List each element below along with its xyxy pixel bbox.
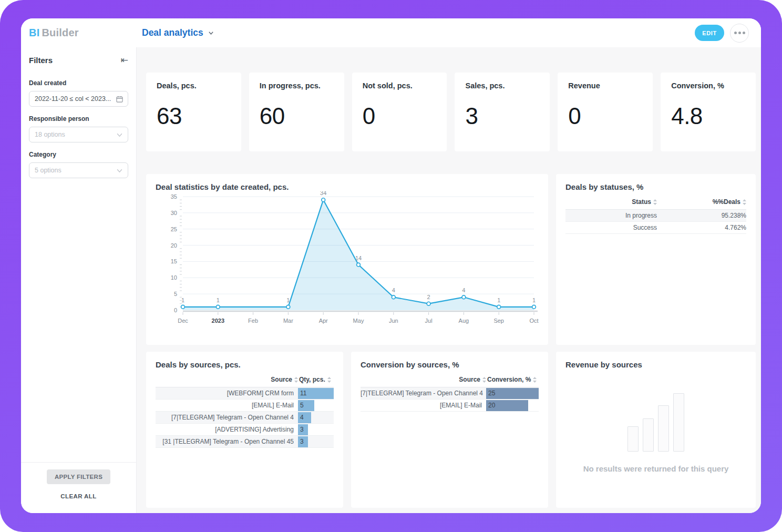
source-cell: [31 |TELEGRAM] Telegram - Open Channel 4… <box>156 438 298 445</box>
table-row: Success4.762% <box>565 222 746 234</box>
column-header-conversion[interactable]: Conversion, % <box>486 376 539 383</box>
value-bar: 11 <box>298 388 334 399</box>
source-cell: [ADVERTISING] Advertising <box>156 426 298 433</box>
kpi-row: Deals, pcs. 63 In progress, pcs. 60 Not … <box>146 73 756 151</box>
collapse-sidebar-icon[interactable]: ⇤ <box>121 56 128 65</box>
app-logo: BIBuilder <box>29 27 142 39</box>
kpi-card-sales: Sales, pcs. 3 <box>455 73 550 151</box>
statuses-table-body: In progress95.238%Success4.762% <box>565 210 746 234</box>
statuses-table: Status %%Deals In progress95.238%Success… <box>565 198 746 234</box>
kpi-label: Not sold, pcs. <box>363 81 437 90</box>
source-cell: [WEBFORM] CRM form <box>156 390 298 397</box>
dashboard-content: Deals, pcs. 63 In progress, pcs. 60 Not … <box>137 47 761 513</box>
value-bar-cell: 4 <box>298 412 334 423</box>
svg-text:Aug: Aug <box>459 318 469 324</box>
sources-table-body: [WEBFORM] CRM form11[EMAIL] E-Mail5[7|TE… <box>156 387 334 448</box>
svg-text:35: 35 <box>171 193 177 200</box>
category-select[interactable]: 5 options <box>29 162 128 178</box>
deals-by-sources-card: Deals by sources, pcs. Source Qty, pcs. <box>146 352 343 508</box>
filter-category: Category 5 options <box>29 151 128 178</box>
empty-message: No results were returned for this query <box>583 464 729 473</box>
table-row: [7|TELEGRAM] Telegram - Open Channel 425 <box>361 387 539 400</box>
table-title: Revenue by sources <box>565 360 746 369</box>
kpi-label: Revenue <box>568 81 642 90</box>
svg-text:20: 20 <box>171 242 177 249</box>
table-row: [WEBFORM] CRM form11 <box>156 387 334 400</box>
svg-text:1: 1 <box>217 297 220 303</box>
value-bar-cell: 25 <box>486 388 539 399</box>
kpi-label: Conversion, % <box>671 81 745 90</box>
svg-text:Oct: Oct <box>529 318 538 324</box>
more-options-button[interactable] <box>730 24 749 43</box>
sort-icon <box>533 377 537 383</box>
column-header-source[interactable]: Source <box>361 376 486 383</box>
kpi-label: Sales, pcs. <box>465 81 539 90</box>
kpi-value: 4.8 <box>671 103 745 129</box>
svg-text:Mar: Mar <box>283 318 293 324</box>
column-header-deals[interactable]: %%Deals <box>657 198 746 206</box>
value-bar: 4 <box>298 412 311 423</box>
table-row: [7|TELEGRAM] Telegram - Open Channel 44 <box>156 412 334 424</box>
calendar-icon <box>116 96 123 103</box>
column-header-status[interactable]: Status <box>565 198 657 206</box>
table-title: Deals by sources, pcs. <box>156 360 334 369</box>
conversion-table-body: [7|TELEGRAM] Telegram - Open Channel 425… <box>361 387 539 412</box>
table-row: [31 |TELEGRAM] Telegram - Open Channel 4… <box>156 436 334 448</box>
svg-text:4: 4 <box>392 287 395 293</box>
table-title: Deals by statuses, % <box>565 182 746 191</box>
svg-text:25: 25 <box>171 226 177 232</box>
svg-text:15: 15 <box>171 258 177 264</box>
value-bar-cell: 3 <box>298 424 334 435</box>
sort-icon <box>482 377 486 383</box>
value-bar: 5 <box>298 400 314 411</box>
deals-by-statuses-card: Deals by statuses, % Status %%Deals <box>556 174 756 345</box>
revenue-by-sources-card: Revenue by sources No results were retur… <box>556 352 756 508</box>
svg-text:34: 34 <box>320 191 326 196</box>
filter-deal-created: Deal created 2022-11-20 ≤ col < 2023... <box>29 79 128 107</box>
clear-all-button[interactable]: CLEAR ALL <box>29 493 128 499</box>
kpi-label: In progress, pcs. <box>260 81 334 90</box>
conversion-table: Source Conversion, % [7|TELEGRAM] Telegr… <box>361 376 539 412</box>
filters-heading: Filters <box>29 56 53 65</box>
kpi-value: 60 <box>260 103 334 129</box>
dashboard-title: Deal analytics <box>142 27 203 38</box>
kpi-value: 63 <box>157 103 231 129</box>
conversion-by-sources-card: Conversion by sources, % Source Conversi… <box>351 352 548 508</box>
svg-text:Jul: Jul <box>425 318 433 324</box>
kpi-value: 0 <box>363 103 437 129</box>
chevron-down-icon <box>116 131 123 138</box>
filter-label: Category <box>29 151 128 158</box>
select-value: 5 options <box>35 167 61 174</box>
svg-text:0: 0 <box>174 307 177 313</box>
filters-sidebar: Filters ⇤ Deal created 2022-11-20 ≤ col … <box>21 47 137 513</box>
kpi-value: 0 <box>568 103 642 129</box>
column-header-qty[interactable]: Qty, pcs. <box>298 376 334 383</box>
select-value: 18 options <box>35 131 65 138</box>
svg-text:1: 1 <box>181 297 184 303</box>
logo-bi: BI <box>29 27 39 38</box>
deal-created-date-input[interactable]: 2022-11-20 ≤ col < 2023... <box>29 91 128 107</box>
deal-statistics-plot[interactable]: 05101520253035Dec2023FebMarAprMayJunJulA… <box>156 191 539 334</box>
kpi-value: 3 <box>465 103 539 129</box>
value-bar: 3 <box>298 436 308 447</box>
svg-text:14: 14 <box>355 255 362 261</box>
value-bar: 25 <box>486 388 539 399</box>
dashboard-title-dropdown[interactable]: Deal analytics <box>142 27 214 38</box>
sort-icon <box>327 377 331 383</box>
logo-builder: Builder <box>42 27 78 38</box>
svg-text:2: 2 <box>427 294 430 300</box>
edit-button[interactable]: EDIT <box>695 25 724 41</box>
kpi-card-not-sold: Not sold, pcs. 0 <box>352 73 447 151</box>
responsible-person-select[interactable]: 18 options <box>29 127 128 142</box>
table-title: Conversion by sources, % <box>361 360 539 369</box>
deal-statistics-card: Deal statistics by date created, pcs. 05… <box>146 174 548 345</box>
svg-text:2023: 2023 <box>212 318 224 324</box>
column-header-source[interactable]: Source <box>156 376 298 383</box>
svg-text:Feb: Feb <box>248 318 258 324</box>
value-bar-cell: 5 <box>298 400 334 411</box>
sort-icon <box>743 199 746 205</box>
apply-filters-button[interactable]: APPLY FILTERS <box>47 469 110 484</box>
filter-label: Responsible person <box>29 115 128 122</box>
table-row: In progress95.238% <box>565 210 746 222</box>
value-bar: 20 <box>486 400 528 411</box>
